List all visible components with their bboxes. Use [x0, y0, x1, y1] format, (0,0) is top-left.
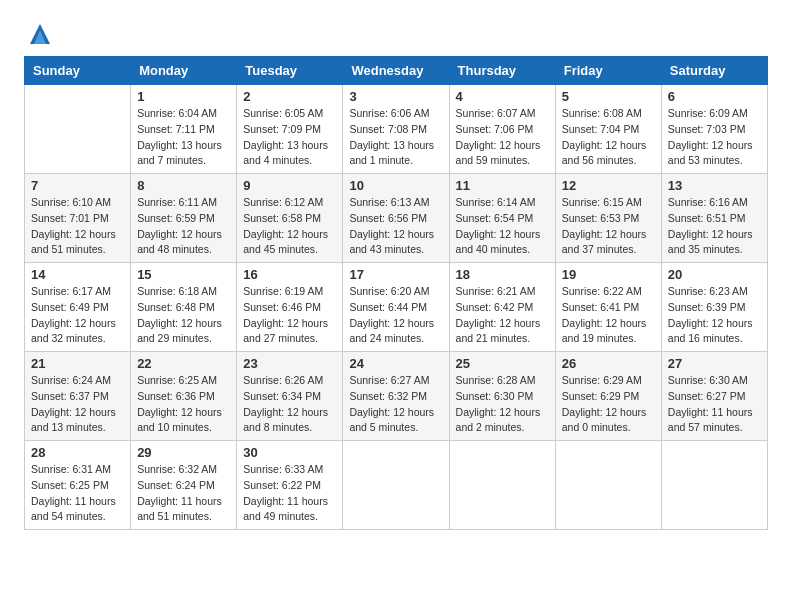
calendar-cell: 24Sunrise: 6:27 AMSunset: 6:32 PMDayligh…	[343, 352, 449, 441]
day-number: 24	[349, 356, 442, 371]
calendar-cell: 26Sunrise: 6:29 AMSunset: 6:29 PMDayligh…	[555, 352, 661, 441]
day-number: 25	[456, 356, 549, 371]
col-header-tuesday: Tuesday	[237, 57, 343, 85]
col-header-wednesday: Wednesday	[343, 57, 449, 85]
day-number: 27	[668, 356, 761, 371]
day-number: 2	[243, 89, 336, 104]
day-number: 8	[137, 178, 230, 193]
calendar-cell	[661, 441, 767, 530]
day-number: 20	[668, 267, 761, 282]
day-info: Sunrise: 6:29 AMSunset: 6:29 PMDaylight:…	[562, 373, 655, 436]
calendar-cell: 14Sunrise: 6:17 AMSunset: 6:49 PMDayligh…	[25, 263, 131, 352]
calendar-cell: 30Sunrise: 6:33 AMSunset: 6:22 PMDayligh…	[237, 441, 343, 530]
day-number: 30	[243, 445, 336, 460]
calendar-cell: 12Sunrise: 6:15 AMSunset: 6:53 PMDayligh…	[555, 174, 661, 263]
day-info: Sunrise: 6:11 AMSunset: 6:59 PMDaylight:…	[137, 195, 230, 258]
calendar-cell: 8Sunrise: 6:11 AMSunset: 6:59 PMDaylight…	[131, 174, 237, 263]
day-number: 13	[668, 178, 761, 193]
day-info: Sunrise: 6:33 AMSunset: 6:22 PMDaylight:…	[243, 462, 336, 525]
day-number: 10	[349, 178, 442, 193]
calendar-cell: 23Sunrise: 6:26 AMSunset: 6:34 PMDayligh…	[237, 352, 343, 441]
calendar-week-row: 28Sunrise: 6:31 AMSunset: 6:25 PMDayligh…	[25, 441, 768, 530]
calendar-cell	[555, 441, 661, 530]
day-info: Sunrise: 6:22 AMSunset: 6:41 PMDaylight:…	[562, 284, 655, 347]
calendar-cell: 9Sunrise: 6:12 AMSunset: 6:58 PMDaylight…	[237, 174, 343, 263]
day-number: 5	[562, 89, 655, 104]
calendar-cell: 11Sunrise: 6:14 AMSunset: 6:54 PMDayligh…	[449, 174, 555, 263]
day-info: Sunrise: 6:30 AMSunset: 6:27 PMDaylight:…	[668, 373, 761, 436]
calendar-cell	[449, 441, 555, 530]
calendar-cell: 3Sunrise: 6:06 AMSunset: 7:08 PMDaylight…	[343, 85, 449, 174]
col-header-saturday: Saturday	[661, 57, 767, 85]
day-info: Sunrise: 6:15 AMSunset: 6:53 PMDaylight:…	[562, 195, 655, 258]
calendar-cell: 15Sunrise: 6:18 AMSunset: 6:48 PMDayligh…	[131, 263, 237, 352]
calendar-week-row: 7Sunrise: 6:10 AMSunset: 7:01 PMDaylight…	[25, 174, 768, 263]
calendar-cell: 17Sunrise: 6:20 AMSunset: 6:44 PMDayligh…	[343, 263, 449, 352]
day-info: Sunrise: 6:09 AMSunset: 7:03 PMDaylight:…	[668, 106, 761, 169]
day-info: Sunrise: 6:20 AMSunset: 6:44 PMDaylight:…	[349, 284, 442, 347]
day-info: Sunrise: 6:31 AMSunset: 6:25 PMDaylight:…	[31, 462, 124, 525]
day-number: 26	[562, 356, 655, 371]
day-info: Sunrise: 6:19 AMSunset: 6:46 PMDaylight:…	[243, 284, 336, 347]
day-info: Sunrise: 6:10 AMSunset: 7:01 PMDaylight:…	[31, 195, 124, 258]
col-header-friday: Friday	[555, 57, 661, 85]
logo-icon	[26, 20, 54, 48]
day-number: 1	[137, 89, 230, 104]
day-info: Sunrise: 6:23 AMSunset: 6:39 PMDaylight:…	[668, 284, 761, 347]
day-number: 17	[349, 267, 442, 282]
day-number: 9	[243, 178, 336, 193]
col-header-thursday: Thursday	[449, 57, 555, 85]
day-number: 7	[31, 178, 124, 193]
day-info: Sunrise: 6:17 AMSunset: 6:49 PMDaylight:…	[31, 284, 124, 347]
day-info: Sunrise: 6:28 AMSunset: 6:30 PMDaylight:…	[456, 373, 549, 436]
calendar-cell: 20Sunrise: 6:23 AMSunset: 6:39 PMDayligh…	[661, 263, 767, 352]
calendar-cell: 6Sunrise: 6:09 AMSunset: 7:03 PMDaylight…	[661, 85, 767, 174]
day-number: 18	[456, 267, 549, 282]
calendar-cell: 10Sunrise: 6:13 AMSunset: 6:56 PMDayligh…	[343, 174, 449, 263]
calendar-cell: 5Sunrise: 6:08 AMSunset: 7:04 PMDaylight…	[555, 85, 661, 174]
day-info: Sunrise: 6:16 AMSunset: 6:51 PMDaylight:…	[668, 195, 761, 258]
calendar-cell: 7Sunrise: 6:10 AMSunset: 7:01 PMDaylight…	[25, 174, 131, 263]
calendar-week-row: 14Sunrise: 6:17 AMSunset: 6:49 PMDayligh…	[25, 263, 768, 352]
day-info: Sunrise: 6:07 AMSunset: 7:06 PMDaylight:…	[456, 106, 549, 169]
day-info: Sunrise: 6:12 AMSunset: 6:58 PMDaylight:…	[243, 195, 336, 258]
day-number: 6	[668, 89, 761, 104]
day-info: Sunrise: 6:08 AMSunset: 7:04 PMDaylight:…	[562, 106, 655, 169]
day-number: 16	[243, 267, 336, 282]
calendar-cell: 1Sunrise: 6:04 AMSunset: 7:11 PMDaylight…	[131, 85, 237, 174]
day-number: 14	[31, 267, 124, 282]
calendar-cell: 29Sunrise: 6:32 AMSunset: 6:24 PMDayligh…	[131, 441, 237, 530]
calendar-cell: 18Sunrise: 6:21 AMSunset: 6:42 PMDayligh…	[449, 263, 555, 352]
day-number: 11	[456, 178, 549, 193]
day-info: Sunrise: 6:04 AMSunset: 7:11 PMDaylight:…	[137, 106, 230, 169]
calendar-cell: 28Sunrise: 6:31 AMSunset: 6:25 PMDayligh…	[25, 441, 131, 530]
day-number: 3	[349, 89, 442, 104]
day-info: Sunrise: 6:06 AMSunset: 7:08 PMDaylight:…	[349, 106, 442, 169]
col-header-sunday: Sunday	[25, 57, 131, 85]
day-info: Sunrise: 6:24 AMSunset: 6:37 PMDaylight:…	[31, 373, 124, 436]
calendar-cell: 22Sunrise: 6:25 AMSunset: 6:36 PMDayligh…	[131, 352, 237, 441]
day-info: Sunrise: 6:13 AMSunset: 6:56 PMDaylight:…	[349, 195, 442, 258]
calendar-cell: 16Sunrise: 6:19 AMSunset: 6:46 PMDayligh…	[237, 263, 343, 352]
day-info: Sunrise: 6:25 AMSunset: 6:36 PMDaylight:…	[137, 373, 230, 436]
day-info: Sunrise: 6:21 AMSunset: 6:42 PMDaylight:…	[456, 284, 549, 347]
calendar-cell: 19Sunrise: 6:22 AMSunset: 6:41 PMDayligh…	[555, 263, 661, 352]
day-info: Sunrise: 6:26 AMSunset: 6:34 PMDaylight:…	[243, 373, 336, 436]
day-info: Sunrise: 6:14 AMSunset: 6:54 PMDaylight:…	[456, 195, 549, 258]
calendar-cell: 13Sunrise: 6:16 AMSunset: 6:51 PMDayligh…	[661, 174, 767, 263]
day-info: Sunrise: 6:18 AMSunset: 6:48 PMDaylight:…	[137, 284, 230, 347]
day-info: Sunrise: 6:05 AMSunset: 7:09 PMDaylight:…	[243, 106, 336, 169]
day-number: 28	[31, 445, 124, 460]
day-info: Sunrise: 6:27 AMSunset: 6:32 PMDaylight:…	[349, 373, 442, 436]
day-number: 23	[243, 356, 336, 371]
calendar-week-row: 21Sunrise: 6:24 AMSunset: 6:37 PMDayligh…	[25, 352, 768, 441]
day-number: 29	[137, 445, 230, 460]
day-number: 15	[137, 267, 230, 282]
calendar-cell: 4Sunrise: 6:07 AMSunset: 7:06 PMDaylight…	[449, 85, 555, 174]
calendar-cell: 27Sunrise: 6:30 AMSunset: 6:27 PMDayligh…	[661, 352, 767, 441]
page-header	[24, 20, 768, 48]
calendar-week-row: 1Sunrise: 6:04 AMSunset: 7:11 PMDaylight…	[25, 85, 768, 174]
calendar-header-row: SundayMondayTuesdayWednesdayThursdayFrid…	[25, 57, 768, 85]
day-number: 22	[137, 356, 230, 371]
calendar-cell: 2Sunrise: 6:05 AMSunset: 7:09 PMDaylight…	[237, 85, 343, 174]
